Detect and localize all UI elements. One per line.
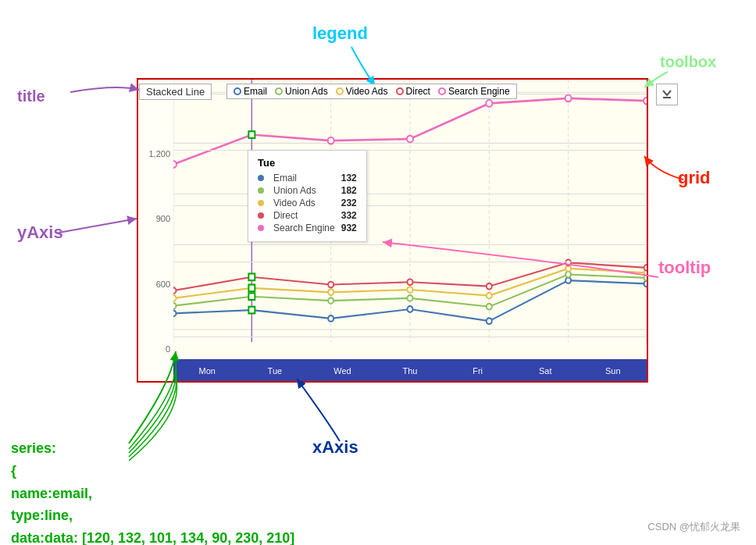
xaxis-label-sun: Sun [579,366,647,376]
chart-svg [173,80,647,359]
svg-point-25 [408,306,413,312]
legend-item-video-ads: Video Ads [336,86,388,97]
chart-title: Stacked Line [139,84,212,100]
legend-item-direct: Direct [396,86,430,97]
xaxis-annotation: xAxis [312,437,358,458]
xaxis-label-sat: Sat [512,366,579,376]
svg-point-41 [565,265,571,272]
svg-rect-54 [248,273,255,280]
legend-label-direct: Direct [406,86,430,97]
yaxis-label-0: 0 [166,344,170,354]
yaxis: 1,500 1,200 900 600 0 [138,80,173,358]
svg-point-34 [565,272,571,278]
svg-point-29 [173,303,176,309]
legend-item-union-ads: Union Ads [275,86,328,97]
legend-label-video-ads: Video Ads [346,86,388,97]
svg-point-48 [565,260,571,266]
tooltip-title: Tue [258,157,357,169]
svg-point-43 [173,287,176,294]
legend-item-search-engine: Search Engine [438,86,510,97]
title-annotation: title [17,87,45,105]
svg-rect-53 [248,285,255,292]
svg-point-45 [328,282,333,288]
xaxis-label-wed: Wed [308,366,376,376]
svg-point-32 [408,295,413,301]
legend-dot-search-engine [438,87,446,95]
svg-point-22 [173,311,176,317]
svg-point-47 [487,283,492,290]
svg-point-46 [408,279,413,285]
svg-point-31 [328,297,333,304]
svg-point-39 [408,287,413,293]
tooltip-row-direct: Direct 332 [258,210,357,221]
tooltip-val-direct: 332 [341,210,357,221]
grid-line-0 [173,337,647,337]
tooltip-row-search-engine: Search Engine 932 [258,223,357,233]
legend-label-union-ads: Union Ads [285,86,328,97]
svg-point-18 [407,136,413,143]
svg-point-15 [173,161,177,168]
chart-container: 1,500 1,200 900 600 0 [137,78,648,383]
svg-point-28 [644,281,647,287]
grid-line-600 [173,262,647,262]
svg-point-36 [173,295,176,301]
plot-area: Tue Email 132 Union Ads 182 Video Ads 23… [173,80,647,359]
tooltip-val-video-ads: 232 [341,198,357,208]
tooltip-dot-email [258,175,264,181]
tooltip-annotation: tooltip [658,258,711,278]
svg-point-27 [565,277,571,283]
legend-dot-email [234,87,241,95]
tooltip-dot-union-ads [258,187,264,194]
tooltip-dot-video-ads [258,200,264,206]
legend-dot-direct [396,87,404,95]
grid-annotation: grid [678,168,711,188]
svg-point-19 [486,100,492,107]
tooltip-name-email: Email [273,173,335,183]
svg-point-17 [328,137,334,144]
xaxis-label-tue: Tue [241,366,309,376]
tooltip-dot-search-engine [258,225,264,231]
svg-point-40 [487,293,492,299]
tooltip-val-search-engine: 932 [341,223,357,233]
svg-point-33 [487,304,492,310]
tooltip-name-video-ads: Video Ads [273,198,335,208]
svg-point-24 [328,315,333,322]
tooltip-name-search-engine: Search Engine [273,223,335,233]
tooltip-name-union-ads: Union Ads [273,185,335,196]
xaxis-label-mon: Mon [173,366,241,376]
svg-rect-52 [248,293,255,300]
svg-rect-51 [248,307,255,314]
legend-dot-video-ads [336,87,344,95]
svg-point-20 [565,95,572,102]
tooltip-row-union-ads: Union Ads 182 [258,185,357,196]
chart-legend: Email Union Ads Video Ads Direct Search … [226,84,517,99]
tooltip-val-union-ads: 182 [341,185,357,196]
xaxis-label-fri: Fri [444,366,512,376]
xaxis-label-thu: Thu [376,366,444,376]
chart-tooltip: Tue Email 132 Union Ads 182 Video Ads 23… [248,150,367,242]
legend-label-search-engine: Search Engine [448,86,510,97]
tooltip-row-email: Email 132 [258,173,357,183]
svg-point-49 [644,265,647,271]
yaxis-label-600: 600 [156,280,170,289]
tooltip-name-direct: Direct [273,210,335,221]
svg-rect-50 [248,131,255,138]
tooltip-row-video-ads: Video Ads 232 [258,198,357,208]
download-icon [661,87,673,99]
grid-line-900 [173,205,647,206]
legend-item-email: Email [234,86,267,97]
svg-point-38 [328,290,333,296]
svg-point-26 [487,318,492,324]
yaxis-label-900: 900 [156,214,170,223]
tooltip-val-email: 132 [341,173,357,183]
yaxis-annotation: yAxis [17,223,63,243]
chart-toolbox[interactable] [656,84,678,105]
toolbox-annotation: toolbox [660,53,716,71]
tooltip-dot-direct [258,212,264,219]
svg-point-21 [644,98,647,105]
series-annotation: series:{name:email,type:line,data:data: … [11,437,294,545]
grid-line-1200 [173,150,647,151]
legend-annotation: legend [312,23,368,44]
legend-dot-union-ads [275,87,283,95]
xaxis: Mon Tue Wed Thu Fri Sat Sun [173,359,647,381]
